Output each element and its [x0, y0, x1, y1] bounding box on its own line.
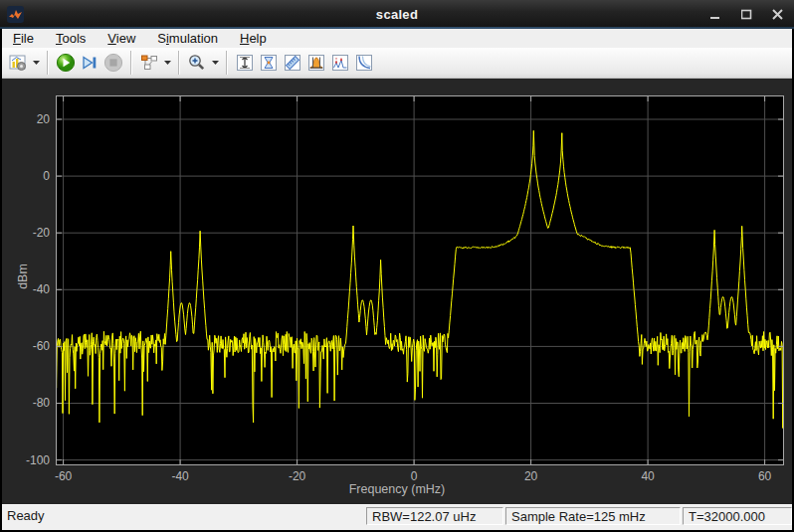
toolbar-separator — [47, 51, 49, 75]
status-time: T=32000.000 — [683, 507, 792, 525]
status-sample-rate: Sample Rate=125 mHz — [505, 507, 681, 525]
menu-item-simulation[interactable]: Simulation — [146, 30, 229, 48]
status-ready: Ready — [7, 508, 45, 523]
toolbar — [2, 48, 792, 79]
close-button[interactable] — [770, 8, 784, 20]
y-tick-label: -20 — [6, 226, 50, 240]
menu-item-tools[interactable]: Tools — [45, 30, 97, 48]
scale-y-axis-button[interactable] — [233, 51, 257, 75]
toolbar-separator — [226, 51, 228, 75]
simulink-dropdown-caret-icon[interactable] — [161, 51, 173, 75]
x-tick-label: -40 — [160, 469, 200, 483]
x-tick-label: 60 — [745, 469, 785, 483]
zoom-in-button[interactable] — [185, 51, 209, 75]
x-tick-label: -60 — [44, 469, 84, 483]
spectrum-settings-dropdown-caret-icon[interactable] — [30, 51, 42, 75]
x-tick-label: 20 — [511, 469, 551, 483]
step-forward-button[interactable] — [78, 51, 101, 75]
minimize-button[interactable] — [708, 8, 722, 20]
maximize-button[interactable] — [739, 8, 753, 20]
cursor-measurements-button[interactable] — [257, 51, 281, 75]
menu-item-help[interactable]: Help — [229, 30, 278, 48]
status-bar: Ready RBW=122.07 uHz Sample Rate=125 mHz… — [2, 504, 792, 530]
channel-measurements-button[interactable] — [304, 51, 328, 75]
spectrum-scope-area: -60-40-200204060200-20-40-60-80-100 Freq… — [2, 79, 792, 504]
spectrum-settings-button[interactable] — [6, 51, 30, 75]
y-tick-label: -80 — [6, 396, 50, 410]
y-axis-label: dBm — [16, 262, 30, 291]
run-button[interactable] — [54, 51, 78, 75]
stop-button[interactable] — [101, 51, 125, 75]
ccdf-measurements-button[interactable] — [352, 51, 376, 75]
plot-background — [56, 95, 784, 465]
y-tick-label: -100 — [6, 453, 50, 467]
menu-item-view[interactable]: View — [97, 30, 146, 48]
y-tick-label: -60 — [6, 339, 50, 353]
ruler-measurements-button[interactable] — [281, 51, 304, 75]
y-tick-label: 20 — [6, 112, 50, 126]
toolbar-separator — [178, 51, 180, 75]
zoom-dropdown-caret-icon[interactable] — [209, 51, 221, 75]
status-rbw: RBW=122.07 uHz — [366, 507, 503, 525]
window-title: scaled — [0, 7, 794, 22]
x-tick-label: 0 — [394, 469, 434, 483]
menu-bar: FileToolsViewSimulationHelp — [2, 29, 792, 48]
x-tick-label: 40 — [628, 469, 668, 483]
x-axis-label: Frequency (mHz) — [2, 482, 792, 496]
spectrum-analyzer-window: { "window": { "title": "scaled", "icon":… — [0, 0, 794, 532]
spectrum-plot[interactable] — [56, 95, 784, 465]
x-tick-label: -20 — [278, 469, 317, 483]
y-tick-label: 0 — [6, 169, 50, 183]
peak-finder-button[interactable] — [328, 51, 352, 75]
simulink-blocks-button[interactable] — [137, 51, 161, 75]
toolbar-separator — [130, 51, 132, 75]
window-titlebar[interactable]: scaled — [0, 0, 794, 29]
menu-item-file[interactable]: File — [2, 30, 45, 48]
